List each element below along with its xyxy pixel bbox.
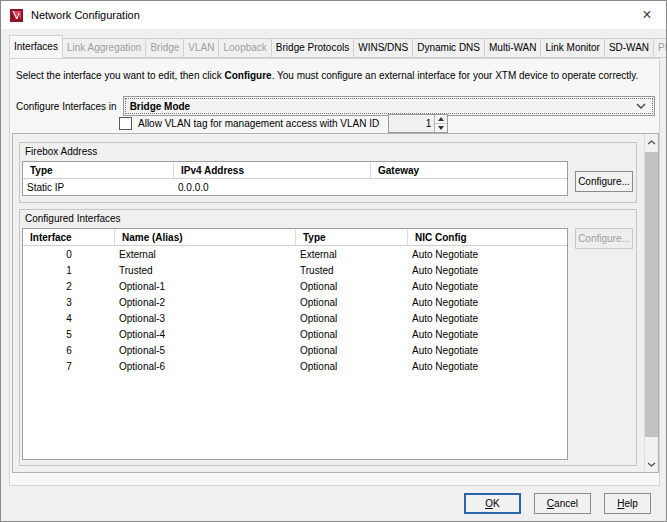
table-row[interactable]: 5 Optional-4 Optional Auto Negotiate [23,326,567,342]
cell-if-type: Optional [296,329,408,340]
table-row[interactable]: 4 Optional-3 Optional Auto Negotiate [23,310,567,326]
tab-wins-dns[interactable]: WINS/DNS [353,38,413,58]
table-row[interactable]: 3 Optional-2 Optional Auto Negotiate [23,294,567,310]
cell-if-type: Optional [296,281,408,292]
cell-if-type: Optional [296,361,408,372]
close-icon[interactable]: × [638,7,656,23]
firebox-address-table[interactable]: Type IPv4 Address Gateway Static IP 0.0.… [22,161,568,196]
tab-link-monitor[interactable]: Link Monitor [540,38,604,58]
configured-interfaces-table[interactable]: Interface Name (Alias) Type NIC Config 0… [22,228,568,460]
table-row[interactable]: 2 Optional-1 Optional Auto Negotiate [23,278,567,294]
tab-sd-wan[interactable]: SD-WAN [604,38,654,58]
cell-name-alias: Trusted [115,265,296,276]
col-if-type[interactable]: Type [296,229,408,245]
titlebar[interactable]: Network Configuration × [1,1,666,29]
tab-loopback: Loopback [218,38,271,58]
cell-nic-config: Auto Negotiate [408,297,567,308]
tab-bridge: Bridge [145,38,184,58]
cell-name-alias: Optional-2 [115,297,296,308]
col-gateway[interactable]: Gateway [371,162,567,178]
tab-dynamic-dns[interactable]: Dynamic DNS [412,38,485,58]
configure-mode-row: Configure Interfaces in Bridge Mode [16,96,655,116]
cell-name-alias: Optional-1 [115,281,296,292]
col-ipv4-address[interactable]: IPv4 Address [174,162,371,178]
cell-interface: 5 [23,329,115,340]
cell-nic-config: Auto Negotiate [408,265,567,276]
tab-multi-wan[interactable]: Multi-WAN [484,38,541,58]
window-title: Network Configuration [31,9,140,21]
help-button[interactable]: Help [604,493,651,514]
cell-interface: 4 [23,313,115,324]
cell-if-type: Optional [296,345,408,356]
table-row[interactable]: Static IP 0.0.0.0 [23,179,567,195]
scroll-down-icon[interactable] [645,456,658,472]
cell-name-alias: Optional-4 [115,329,296,340]
instruction-text: Select the interface you want to edit, t… [16,70,638,81]
scroll-up-icon[interactable] [645,134,658,150]
cell-name-alias: Optional-5 [115,345,296,356]
table-row[interactable]: 0 External External Auto Negotiate [23,246,567,262]
table-row[interactable]: 1 Trusted Trusted Auto Negotiate [23,262,567,278]
interface-mode-value: Bridge Mode [130,101,636,112]
spinner-up-icon[interactable] [435,115,447,124]
cell-interface: 7 [23,361,115,372]
configured-interfaces-group: Configured Interfaces Interface Name (Al… [19,209,637,466]
cell-interface: 0 [23,249,115,260]
tab-bar: Interfaces Link Aggregation Bridge VLAN … [9,35,667,58]
firebox-address-group: Firebox Address Type IPv4 Address Gatewa… [19,142,637,203]
interfaces-panel: Select the interface you want to edit, t… [9,58,660,486]
tab-link-aggregation: Link Aggregation [62,38,147,58]
scrollbar-thumb[interactable] [645,152,658,437]
table-row[interactable]: 7 Optional-6 Optional Auto Negotiate [23,358,567,374]
cell-interface: 2 [23,281,115,292]
interface-mode-select[interactable]: Bridge Mode [123,96,655,116]
ok-button[interactable]: OK [464,493,521,514]
firebox-table-header[interactable]: Type IPv4 Address Gateway [23,162,567,179]
cell-if-type: Optional [296,313,408,324]
cell-interface: 1 [23,265,115,276]
interface-configure-button: Configure... [575,228,633,249]
tab-pppoe: PPPoE [653,38,667,58]
vlan-id-spinner[interactable]: 1 [388,114,448,133]
cell-type: Static IP [23,182,174,193]
scroll-pane: Firebox Address Type IPv4 Address Gatewa… [12,133,659,473]
cell-name-alias: External [115,249,296,260]
cell-if-type: Optional [296,297,408,308]
col-name-alias[interactable]: Name (Alias) [115,229,296,245]
tab-bridge-protocols[interactable]: Bridge Protocols [271,38,354,58]
cell-nic-config: Auto Negotiate [408,313,567,324]
cancel-button[interactable]: Cancel [534,493,591,514]
cell-interface: 6 [23,345,115,356]
network-configuration-dialog: Network Configuration × Interfaces Link … [0,0,667,522]
configured-interfaces-title: Configured Interfaces [20,210,636,226]
cell-name-alias: Optional-6 [115,361,296,372]
cell-nic-config: Auto Negotiate [408,249,567,260]
vlan-tag-row: Allow VLAN tag for management access wit… [119,114,448,133]
tab-vlan: VLAN [183,38,219,58]
cell-nic-config: Auto Negotiate [408,281,567,292]
vlan-tag-label: Allow VLAN tag for management access wit… [138,118,379,129]
col-type[interactable]: Type [23,162,174,178]
tab-interfaces[interactable]: Interfaces [9,35,63,58]
cell-nic-config: Auto Negotiate [408,329,567,340]
col-nic-config[interactable]: NIC Config [408,229,567,245]
cell-name-alias: Optional-3 [115,313,296,324]
watchguard-app-icon [9,8,24,23]
interfaces-table-header[interactable]: Interface Name (Alias) Type NIC Config [23,229,567,246]
firebox-configure-button[interactable]: Configure... [575,171,633,192]
vlan-id-value: 1 [389,115,434,132]
vertical-scrollbar[interactable] [644,134,658,472]
vlan-tag-checkbox[interactable] [119,117,132,130]
cell-ipv4: 0.0.0.0 [174,182,371,193]
cell-if-type: Trusted [296,265,408,276]
col-interface[interactable]: Interface [23,229,115,245]
scrollbar-track[interactable] [645,150,658,456]
spinner-down-icon[interactable] [435,124,447,132]
configure-interfaces-in-label: Configure Interfaces in [16,101,117,112]
table-row[interactable]: 6 Optional-5 Optional Auto Negotiate [23,342,567,358]
dialog-button-bar: OK Cancel Help [1,486,666,521]
cell-if-type: External [296,249,408,260]
chevron-down-icon [636,103,646,109]
firebox-address-title: Firebox Address [20,143,636,159]
cell-nic-config: Auto Negotiate [408,361,567,372]
